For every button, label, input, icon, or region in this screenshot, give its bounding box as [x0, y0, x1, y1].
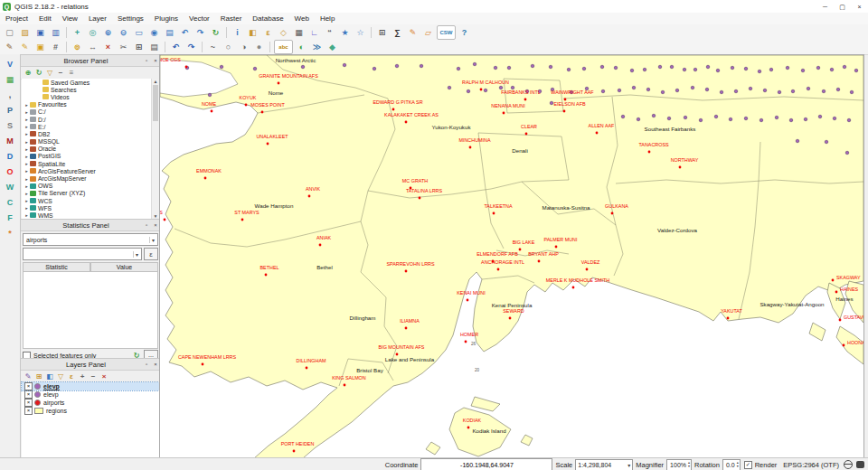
collapse-all-icon[interactable]: − — [55, 68, 66, 78]
browser-item-videos[interactable]: Videos — [22, 93, 152, 100]
menu-project[interactable]: Project — [0, 13, 33, 24]
refresh-browser-icon[interactable]: ↻ — [33, 68, 44, 78]
identify-features-icon[interactable]: i — [231, 26, 244, 39]
zoom-to-layer-icon[interactable]: ▤ — [163, 26, 176, 39]
browser-item-wms[interactable]: ▸WMS — [22, 212, 152, 219]
menu-settings[interactable]: Settings — [112, 13, 149, 24]
expand-arrow-icon[interactable]: ▸ — [24, 198, 30, 203]
browser-item-oracle[interactable]: ▸Oracle — [22, 146, 152, 153]
expand-arrow-icon[interactable]: ▸ — [24, 124, 30, 129]
current-edits-icon[interactable]: ✎ — [3, 41, 16, 53]
delete-selected-icon[interactable]: × — [101, 41, 115, 53]
browser-item-saved-games[interactable]: Saved Games — [22, 79, 152, 86]
add-db2-layer-icon[interactable]: D — [3, 149, 17, 163]
select-by-expression-icon[interactable]: ε — [261, 26, 275, 39]
python-console-icon[interactable]: ≫ — [310, 41, 324, 53]
toggle-editing-icon[interactable]: ✎ — [18, 41, 32, 53]
new-map-view-icon[interactable]: ⊞ — [375, 26, 389, 39]
node-tool-icon[interactable]: # — [49, 41, 62, 53]
manage-themes-icon[interactable]: ◧ — [44, 371, 55, 381]
browser-item-db2[interactable]: ▸DB2 — [22, 130, 152, 137]
expand-arrow-icon[interactable]: ▸ — [24, 212, 30, 218]
layer-visibility-checkbox[interactable]: × — [24, 407, 33, 415]
combo-arrow-icon[interactable]: ▾ — [133, 251, 138, 258]
magnifier-spinbox[interactable]: 100% ▴ ▾ — [666, 459, 692, 470]
browser-item-tile-server-xyz[interactable]: ▸Tile Server (XYZ) — [22, 190, 152, 197]
statistical-summary-icon[interactable]: ∑ — [391, 26, 404, 39]
layer-item-elevp[interactable]: ×elevp — [22, 390, 159, 399]
new-project-icon[interactable]: ▢ — [3, 26, 16, 39]
float-panel-icon[interactable]: ▫ — [142, 222, 151, 228]
browser-item-d[interactable]: ▸D:/ — [22, 116, 152, 123]
open-attribute-table-icon[interactable]: ▦ — [292, 26, 306, 39]
browser-item-c[interactable]: ▸C:/ — [22, 108, 152, 116]
pan-map-icon[interactable]: + — [71, 26, 84, 39]
measure-icon[interactable]: ∟ — [307, 26, 321, 39]
add-group-icon[interactable]: ⊞ — [33, 371, 44, 381]
rotation-spinbox[interactable]: 0.0 ▴ ▾ — [722, 459, 741, 470]
statistics-layer-combo[interactable]: airports ▾ — [23, 233, 158, 246]
minimize-button[interactable]: ─ — [816, 1, 834, 13]
simplify-feature-icon[interactable]: ~ — [206, 41, 220, 53]
add-oracle-layer-icon[interactable]: O — [3, 164, 17, 178]
add-selected-layer-icon[interactable]: ⊕ — [23, 68, 33, 78]
cut-features-icon[interactable]: ✂ — [117, 41, 130, 53]
browser-item-favourites[interactable]: ▸Favourites — [22, 101, 152, 108]
zoom-next-icon[interactable]: ↷ — [193, 26, 207, 39]
help-icon[interactable]: ? — [458, 26, 471, 39]
scale-combo[interactable]: 1:4,298,804 ▾ — [575, 459, 633, 470]
layer-visibility-checkbox[interactable]: × — [24, 390, 33, 399]
text-annotation-icon[interactable]: ✎ — [406, 26, 420, 39]
spin-down-icon[interactable]: ▾ — [737, 465, 739, 468]
menu-help[interactable]: Help — [315, 13, 340, 24]
add-spatialite-layer-icon[interactable]: S — [3, 118, 17, 132]
expand-arrow-icon[interactable]: ▸ — [24, 117, 30, 122]
expand-arrow-icon[interactable]: ▸ — [24, 191, 30, 196]
layer-visibility-checkbox[interactable]: × — [24, 399, 33, 407]
undo-icon[interactable]: ↶ — [169, 41, 183, 53]
scroll-up-icon[interactable]: ▲ — [154, 79, 158, 84]
filter-browser-icon[interactable]: ▽ — [44, 68, 55, 78]
labeling-icon[interactable]: abc — [274, 40, 293, 54]
layer-item-airports[interactable]: ×airports — [22, 399, 159, 407]
expand-arrow-icon[interactable]: ▸ — [24, 102, 30, 108]
expand-all-icon[interactable]: + — [77, 371, 88, 381]
fill-ring-icon[interactable]: ● — [252, 41, 266, 53]
statistics-field-combo[interactable]: ▾ — [23, 248, 142, 260]
spin-down-icon[interactable]: ▾ — [688, 465, 690, 468]
combo-arrow-icon[interactable]: ▾ — [149, 237, 155, 243]
deselect-features-icon[interactable]: ◇ — [277, 26, 290, 39]
new-shapefile-layer-icon[interactable]: * — [3, 226, 17, 240]
add-delimited-text-layer-icon[interactable]: , — [3, 88, 17, 101]
add-ring-icon[interactable]: ○ — [222, 41, 235, 53]
show-bookmarks-icon[interactable]: ☆ — [354, 26, 367, 39]
float-panel-icon[interactable]: ▫ — [142, 58, 151, 63]
browser-scrollbar[interactable]: ▲ ▼ — [151, 79, 159, 219]
plugin-manager-icon[interactable]: ◆ — [326, 41, 339, 53]
spinner-arrows[interactable]: ▴ ▾ — [688, 461, 690, 468]
browser-item-wcs[interactable]: ▸WCS — [22, 197, 152, 204]
refresh-map-icon[interactable]: ↻ — [209, 26, 222, 39]
properties-widget-icon[interactable]: ≡ — [66, 68, 77, 78]
map-canvas[interactable]: Northwest ArcticNomeYukon-KoyukukSouthea… — [159, 54, 864, 459]
map-tips-icon[interactable]: “ — [323, 26, 336, 39]
render-checkbox[interactable]: ✓ Render — [744, 461, 778, 469]
zoom-out-icon[interactable]: ⊖ — [117, 26, 130, 39]
expand-arrow-icon[interactable]: ▸ — [24, 176, 30, 182]
combo-arrow-icon[interactable]: ▾ — [627, 462, 630, 468]
layer-styling-icon[interactable]: ✎ — [23, 371, 33, 381]
browser-item-searches[interactable]: Searches — [22, 86, 152, 93]
layer-item-elevp[interactable]: ×elevp — [22, 382, 159, 390]
menu-raster[interactable]: Raster — [215, 13, 248, 24]
maximize-button[interactable]: ▢ — [834, 1, 851, 13]
paste-features-icon[interactable]: ▤ — [147, 41, 161, 53]
menu-database[interactable]: Database — [247, 13, 288, 24]
expand-arrow-icon[interactable]: ▸ — [24, 109, 30, 115]
layer-item-regions[interactable]: ×regions — [22, 407, 159, 415]
zoom-full-icon[interactable]: ▭ — [132, 26, 146, 39]
expand-arrow-icon[interactable]: ▸ — [24, 183, 30, 189]
browser-item-spatialite[interactable]: ▸SpatiaLite — [22, 160, 152, 167]
expand-arrow-icon[interactable]: ▸ — [24, 131, 30, 136]
menu-layer[interactable]: Layer — [83, 13, 112, 24]
expand-arrow-icon[interactable]: ▸ — [24, 205, 30, 211]
